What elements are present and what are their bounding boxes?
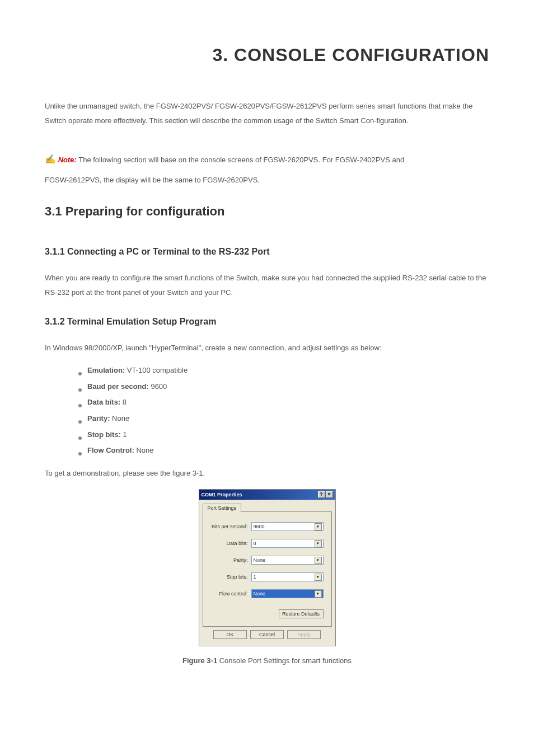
bullet-icon	[78, 436, 82, 440]
figure-label: Figure 3-1	[182, 656, 217, 665]
list-label: Flow Control:	[87, 446, 134, 454]
data-bits-row: Data bits: 8 ▾	[211, 539, 324, 548]
port-settings-tab[interactable]: Port Settings	[203, 504, 242, 512]
list-item: Data bits: 8	[78, 396, 489, 410]
flow-value: None	[254, 591, 266, 597]
apply-button[interactable]: Apply	[287, 630, 321, 639]
figure-caption: Figure 3-1 Console Port Settings for sma…	[45, 656, 489, 665]
list-value: None	[110, 414, 129, 422]
list-value: None	[134, 446, 154, 454]
page-title: 3. CONSOLE CONFIGURATION	[45, 45, 489, 65]
section-3-1-1-heading: 3.1.1 Connecting a PC or Terminal to the…	[45, 247, 489, 257]
list-value: 1	[121, 430, 127, 439]
help-button[interactable]: ?	[318, 491, 325, 498]
com1-properties-dialog: COM1 Properties ? × Port Settings Bits p…	[199, 489, 336, 646]
settings-list: Emulation: VT-100 compatible Baud per se…	[45, 364, 489, 458]
list-label: Baud per second:	[87, 382, 149, 391]
section-3-1-heading: 3.1 Preparing for configuration	[45, 204, 489, 219]
chevron-down-icon: ▾	[315, 590, 322, 598]
stopbits-select[interactable]: 1 ▾	[251, 572, 324, 581]
parity-label: Parity:	[211, 557, 251, 563]
list-value: VT-100 compatible	[125, 366, 188, 374]
bullet-icon	[78, 388, 82, 392]
dialog-titlebar: COM1 Properties ? ×	[199, 490, 335, 500]
list-item: Stop bits: 1	[78, 428, 489, 442]
stop-bits-row: Stop bits: 1 ▾	[211, 572, 324, 581]
bps-value: 9600	[254, 524, 265, 529]
note-line: ✍ Note: The following section will base …	[45, 151, 489, 168]
list-value: 8	[120, 398, 127, 406]
figure-caption-text: Console Port Settings for smart function…	[217, 656, 352, 665]
list-item: Baud per second: 9600	[78, 380, 489, 394]
ok-button[interactable]: OK	[213, 630, 247, 639]
parity-row: Parity: None ▾	[211, 556, 324, 565]
databits-select[interactable]: 8 ▾	[251, 539, 324, 548]
bullet-icon	[78, 404, 82, 407]
bits-per-second-row: Bits per second: 9600 ▾	[211, 522, 324, 531]
note-text: The following section will base on the c…	[77, 156, 404, 164]
parity-select[interactable]: None ▾	[251, 556, 324, 565]
list-label: Parity:	[87, 414, 110, 422]
bullet-icon	[78, 452, 82, 456]
list-label: Stop bits:	[87, 430, 121, 439]
para-3-1-2: In Windows 98/2000/XP, launch "HyperTerm…	[45, 341, 489, 355]
demo-line: To get a demonstration, please see the f…	[45, 466, 489, 481]
note-icon: ✍	[45, 154, 56, 164]
list-item: Emulation: VT-100 compatible	[78, 364, 489, 378]
close-button[interactable]: ×	[326, 491, 333, 498]
dialog-title: COM1 Properties	[202, 492, 242, 497]
parity-value: None	[254, 557, 266, 563]
note-label: Note:	[58, 156, 77, 164]
port-settings-panel: Bits per second: 9600 ▾ Data bits: 8 ▾ P…	[203, 511, 332, 627]
note-followup: FGSW-2612PVS, the display will be the sa…	[45, 173, 489, 187]
intro-paragraph: Unlike the unmanaged switch, the FGSW-24…	[45, 99, 489, 128]
chevron-down-icon: ▾	[315, 540, 322, 547]
figure-3-1: COM1 Properties ? × Port Settings Bits p…	[45, 489, 489, 665]
stopbits-value: 1	[254, 574, 256, 580]
databits-label: Data bits:	[211, 541, 251, 546]
chevron-down-icon: ▾	[315, 523, 322, 530]
bps-select[interactable]: 9600 ▾	[251, 522, 324, 531]
chevron-down-icon: ▾	[315, 557, 322, 564]
cancel-button[interactable]: Cancel	[250, 630, 284, 639]
list-value: 9600	[149, 382, 167, 391]
flow-label: Flow control:	[211, 591, 251, 597]
list-item: Parity: None	[78, 412, 489, 426]
flow-select[interactable]: None ▾	[251, 589, 324, 598]
flow-control-row: Flow control: None ▾	[211, 589, 324, 598]
bps-label: Bits per second:	[211, 524, 251, 529]
para-3-1-1: When you are ready to configure the smar…	[45, 271, 489, 300]
stopbits-label: Stop bits:	[211, 574, 251, 580]
chevron-down-icon: ▾	[315, 574, 322, 581]
list-label: Emulation:	[87, 366, 125, 374]
bullet-icon	[78, 372, 82, 375]
restore-defaults-button[interactable]: Restore Defaults	[279, 609, 324, 618]
bullet-icon	[78, 420, 82, 424]
list-label: Data bits:	[87, 398, 120, 406]
databits-value: 8	[254, 541, 256, 546]
section-3-1-2-heading: 3.1.2 Terminal Emulation Setup Program	[45, 317, 489, 327]
list-item: Flow Control: None	[78, 444, 489, 458]
